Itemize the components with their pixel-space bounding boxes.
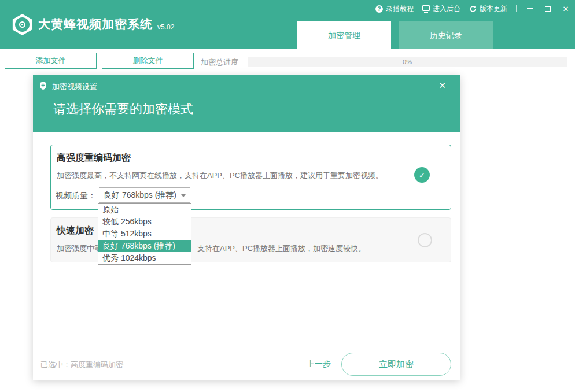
title-wrap: 大黄蜂视频加密系统 v5.02 xyxy=(38,16,174,32)
toolbar: 添加文件 删除文件 加密总进度 0% xyxy=(0,49,575,75)
option-fast-title: 快速加密 xyxy=(57,225,94,237)
tab-encryption-management[interactable]: 加密管理 xyxy=(297,21,391,49)
previous-step-link[interactable]: 上一步 xyxy=(307,359,331,369)
app-title: 大黄蜂视频加密系统 xyxy=(38,16,153,32)
total-progress-bar: 0% xyxy=(248,57,567,67)
monitor-icon xyxy=(422,5,430,11)
refresh-icon xyxy=(469,5,477,13)
encrypt-now-button[interactable]: 立即加密 xyxy=(341,353,451,376)
progress-label: 加密总进度 xyxy=(201,49,238,75)
dialog-header: 加密视频设置 ✕ 请选择你需要的加密模式 xyxy=(33,75,460,132)
dropdown-option-original[interactable]: 原始 xyxy=(98,204,191,216)
topbar-menu: ? 录播教程 进入后台 版本更新 ✕ xyxy=(375,2,570,15)
video-quality-dropdown: 原始 较低 256kbps 中等 512kbps 良好 768kbps (推荐)… xyxy=(98,203,191,265)
backend-label: 进入后台 xyxy=(433,4,460,14)
dropdown-option-768[interactable]: 良好 768kbps (推荐) xyxy=(98,240,191,252)
video-quality-value: 良好 768kbps (推荐) xyxy=(104,190,176,199)
video-quality-label: 视频质量： xyxy=(56,191,96,201)
close-button[interactable]: ✕ xyxy=(561,3,570,14)
radio-unselected-icon[interactable] xyxy=(418,233,432,247)
maximize-icon xyxy=(545,6,551,12)
dialog-close-icon[interactable]: ✕ xyxy=(438,80,446,91)
dropdown-option-512[interactable]: 中等 512kbps xyxy=(98,228,191,240)
option-fast-desc-right: 支持在APP、PC播放器上面播放，加密速度较快。 xyxy=(197,243,366,254)
shield-plus-icon xyxy=(39,81,47,90)
logo-circle xyxy=(15,17,30,32)
add-file-button[interactable]: 添加文件 xyxy=(5,53,97,69)
encrypt-settings-dialog: 加密视频设置 ✕ 请选择你需要的加密模式 高强度重编码加密 加密强度最高，不支持… xyxy=(33,75,460,380)
selected-mode-status: 已选中：高度重编码加密 xyxy=(40,360,123,370)
topbar-separator xyxy=(516,5,517,12)
logo-dot xyxy=(21,24,23,25)
option-high-title: 高强度重编码加密 xyxy=(57,152,131,164)
dialog-title: 加密视频设置 xyxy=(52,82,97,92)
maximize-button[interactable] xyxy=(543,3,552,14)
backend-link[interactable]: 进入后台 xyxy=(422,4,460,14)
dialog-heading: 请选择你需要的加密模式 xyxy=(53,101,193,118)
help-icon: ? xyxy=(375,5,383,13)
minimize-button[interactable] xyxy=(525,3,535,14)
delete-file-button[interactable]: 删除文件 xyxy=(102,53,194,69)
app-logo-icon xyxy=(12,14,33,35)
tab-history[interactable]: 历史记录 xyxy=(399,21,493,49)
check-icon[interactable]: ✓ xyxy=(414,167,430,183)
logo-ring xyxy=(19,21,25,28)
dropdown-option-1024[interactable]: 优秀 1024kbps xyxy=(98,252,191,264)
app-header: 大黄蜂视频加密系统 v5.02 ? 录播教程 进入后台 版本更新 xyxy=(0,0,575,49)
app-window: 大黄蜂视频加密系统 v5.02 ? 录播教程 进入后台 版本更新 xyxy=(0,0,575,392)
close-icon: ✕ xyxy=(563,5,569,13)
tutorial-label: 录播教程 xyxy=(386,4,414,14)
minimize-icon xyxy=(527,8,533,9)
update-link[interactable]: 版本更新 xyxy=(469,4,507,14)
video-quality-select[interactable]: 良好 768kbps (推荐) xyxy=(99,187,190,203)
app-version: v5.02 xyxy=(157,23,174,32)
dropdown-option-256[interactable]: 较低 256kbps xyxy=(98,216,191,228)
update-label: 版本更新 xyxy=(480,4,507,14)
option-card-high-strength[interactable]: 高强度重编码加密 加密强度最高，不支持网页在线播放，支持在APP、PC播放器上面… xyxy=(50,145,451,210)
option-high-desc: 加密强度最高，不支持网页在线播放，支持在APP、PC播放器上面播放，建议用于重要… xyxy=(57,171,383,181)
chevron-down-icon xyxy=(181,194,186,197)
tutorial-link[interactable]: ? 录播教程 xyxy=(375,4,414,14)
